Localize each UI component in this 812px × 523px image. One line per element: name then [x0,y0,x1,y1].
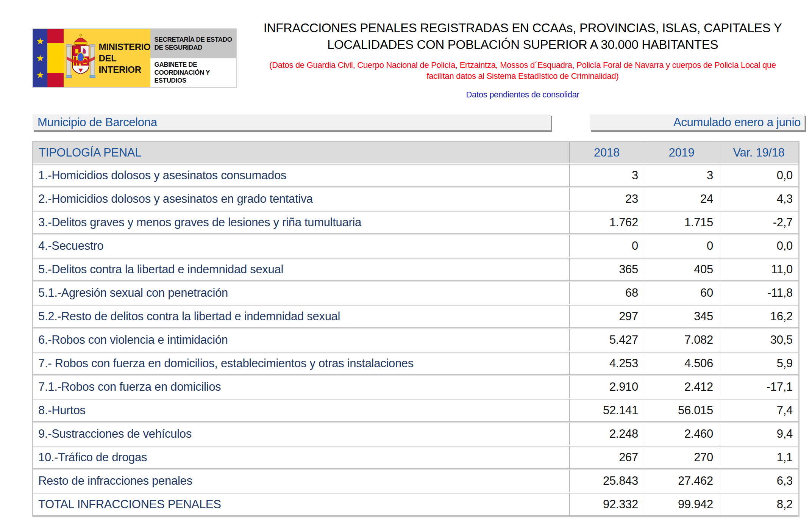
crime-stats-table: TIPOLOGÍA PENAL 2018 2019 Var. 19/18 1.-… [32,141,800,517]
value-var: 7,4 [719,399,798,421]
value-var: 1,1 [719,446,798,468]
value-2018: 52.141 [569,399,644,421]
value-2018: 2.910 [569,376,644,398]
table-row: 6.-Robos con violencia e intimidación 5.… [33,329,798,351]
value-2018: 1.762 [569,211,644,233]
value-var: 0,0 [719,235,798,257]
value-2018: 25.843 [569,470,644,492]
value-2019: 405 [644,258,719,280]
spain-flag-blue-band: ★ ★ ★ [33,29,47,87]
column-header-var: Var. 19/18 [719,142,798,163]
data-sources-note: (Datos de Guardia Civil, Cuerpo Nacional… [248,60,797,81]
value-2019: 4.506 [644,352,719,374]
ministry-name: MINISTERIO DEL INTERIOR [95,41,150,75]
table-row: 4.-Secuestro 0 0 0,0 [33,235,798,257]
value-2019: 2.460 [644,423,719,445]
value-2019: 0 [644,235,719,257]
value-2018: 0 [569,235,644,257]
coat-of-arms-icon [66,34,95,83]
report-title-line2: LOCALIDADES CON POBLACIÓN SUPERIOR A 30.… [248,36,797,53]
row-label: TOTAL INFRACCIONES PENALES [33,493,569,515]
row-label: 7.- Robos con fuerza en domicilios, esta… [33,352,569,374]
row-label: 5.-Delitos contra la libertad e indemnid… [33,258,569,280]
star-icon: ★ [36,54,44,63]
row-label: 4.-Secuestro [33,235,569,257]
value-2019: 345 [644,305,719,327]
column-header-2018: 2018 [569,142,644,163]
value-2018: 267 [569,446,644,468]
value-var: 30,5 [719,329,798,351]
star-icon: ★ [36,70,44,80]
row-label: 10.-Tráfico de drogas [33,446,569,468]
logo-yellow-panel: MINISTERIO DEL INTERIOR [64,29,150,87]
report-title-line1: INFRACCIONES PENALES REGISTRADAS EN CCAA… [248,20,797,36]
table-row: Resto de infracciones penales 25.843 27.… [33,470,798,492]
pending-note: Datos pendientes de consolidar [248,90,797,100]
row-label: 5.2.-Resto de delitos contra la libertad… [33,305,569,327]
value-2019: 3 [644,164,719,186]
value-var: 8,2 [719,493,798,515]
row-label: 8.-Hurtos [33,399,569,421]
value-var: -17,1 [719,376,798,398]
value-2018: 3 [569,164,644,186]
value-2018: 68 [569,282,644,304]
table-row: 1.-Homicidios dolosos y asesinatos consu… [33,164,798,187]
row-label: Resto de infracciones penales [33,470,569,492]
value-var: -11,8 [719,282,798,304]
value-2019: 24 [644,188,719,210]
table-row: 5.1.-Agresión sexual con penetración 68 … [33,282,798,304]
spain-flag-stripe [47,29,64,87]
value-2018: 5.427 [569,329,644,351]
row-label: 1.-Homicidios dolosos y asesinatos consu… [33,164,569,186]
value-var: -2,7 [719,211,798,233]
row-label: 6.-Robos con violencia e intimidación [33,329,569,351]
value-2019: 60 [644,282,719,304]
value-2019: 270 [644,446,719,468]
value-2019: 27.462 [644,470,719,492]
gabinete-box: GABINETE DE COORDINACIÓN Y ESTUDIOS [150,58,236,88]
table-row: 7.1.-Robos con fuerza en domicilios 2.91… [33,376,798,398]
municipality-selector[interactable]: Municipio de Barcelona [32,114,551,130]
secretaria-box: SECRETARÍA DE ESTADO DE SEGURIDAD [150,29,236,58]
value-var: 4,3 [719,188,798,210]
table-header-row: TIPOLOGÍA PENAL 2018 2019 Var. 19/18 [33,142,798,163]
column-header-2019: 2019 [644,142,719,163]
ministry-logo: ★ ★ ★ [32,28,237,88]
column-header-tipologia: TIPOLOGÍA PENAL [33,142,569,163]
table-row: 2.-Homicidios dolosos y asesinatos en gr… [33,188,798,210]
value-2019: 7.082 [644,329,719,351]
value-2019: 56.015 [644,399,719,421]
report-page: ★ ★ ★ [0,0,812,523]
value-2018: 297 [569,305,644,327]
value-var: 5,9 [719,352,798,374]
row-label: 9.-Sustracciones de vehículos [33,423,569,445]
value-var: 6,3 [719,470,798,492]
table-row: TOTAL INFRACCIONES PENALES 92.332 99.942… [33,493,798,516]
row-label: 5.1.-Agresión sexual con penetración [33,282,569,304]
table-row: 5.-Delitos contra la libertad e indemnid… [33,258,798,281]
table-body: 1.-Homicidios dolosos y asesinatos consu… [33,164,798,516]
star-icon: ★ [36,37,44,46]
value-2018: 365 [569,258,644,280]
value-var: 11,0 [719,258,798,280]
table-row: 7.- Robos con fuerza en domicilios, esta… [33,352,798,375]
table-row: 3.-Delitos graves y menos graves de lesi… [33,211,798,234]
value-2019: 2.412 [644,376,719,398]
value-2018: 2.248 [569,423,644,445]
value-var: 0,0 [719,164,798,186]
value-var: 16,2 [719,305,798,327]
period-selector[interactable]: Acumulado enero a junio [589,114,805,130]
value-2018: 23 [569,188,644,210]
value-2019: 99.942 [644,493,719,515]
table-row: 8.-Hurtos 52.141 56.015 7,4 [33,399,798,422]
row-label: 7.1.-Robos con fuerza en domicilios [33,376,569,398]
row-label: 2.-Homicidios dolosos y asesinatos en gr… [33,188,569,210]
value-2018: 4.253 [569,352,644,374]
table-row: 10.-Tráfico de drogas 267 270 1,1 [33,446,798,469]
value-2019: 1.715 [644,211,719,233]
value-var: 9,4 [719,423,798,445]
table-row: 9.-Sustracciones de vehículos 2.248 2.46… [33,423,798,445]
value-2018: 92.332 [569,493,644,515]
row-label: 3.-Delitos graves y menos graves de lesi… [33,211,569,233]
table-row: 5.2.-Resto de delitos contra la libertad… [33,305,798,328]
